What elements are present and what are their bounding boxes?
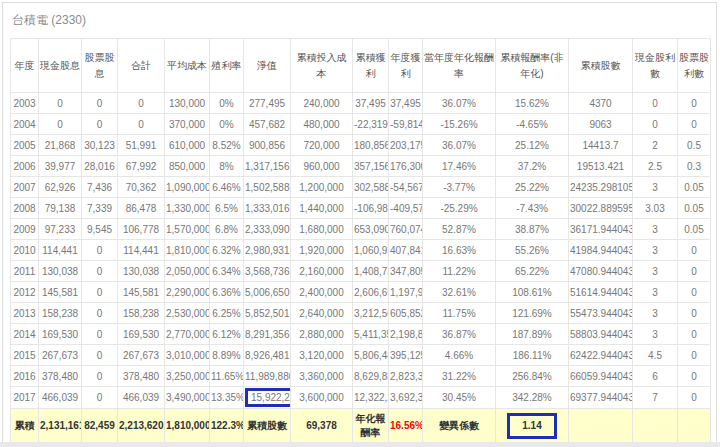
year-cell: 2016 — [11, 366, 39, 387]
data-cell: 0 — [633, 114, 678, 135]
data-cell: -7.43% — [496, 198, 569, 219]
data-cell: 1,440,000 — [291, 198, 353, 219]
table-row: 200762,9267,43670,3621,090,0006.46%1,502… — [11, 177, 711, 198]
year-cell: 2014 — [11, 324, 39, 345]
data-cell: 0 — [678, 240, 711, 261]
data-cell: 0 — [39, 93, 82, 114]
year-cell: 2011 — [11, 261, 39, 282]
data-cell: 6.36% — [210, 282, 244, 303]
table-row: 2017466,0390466,0393,490,00013.35%15,922… — [11, 387, 711, 409]
data-cell: 3 — [633, 240, 678, 261]
data-cell: 480,000 — [291, 114, 353, 135]
data-cell: 267,673 — [118, 345, 165, 366]
data-cell: 267,673 — [39, 345, 82, 366]
data-cell: 0 — [82, 387, 118, 409]
data-cell: 180,856 — [353, 135, 389, 156]
data-cell: 17.46% — [423, 156, 496, 177]
data-cell: 114,441 — [118, 240, 165, 261]
data-cell: 2,530,000 — [165, 303, 210, 324]
data-cell: 158,238 — [39, 303, 82, 324]
data-cell: 1,810,000 — [165, 240, 210, 261]
data-cell: 0.05 — [678, 198, 711, 219]
data-cell: 610,000 — [165, 135, 210, 156]
data-cell: 370,000 — [165, 114, 210, 135]
data-cell: 0 — [82, 324, 118, 345]
header-row: 年度現金股息股票股息合計平均成本殖利率淨值累積投入成本累積獲利年度獲利當年度年化… — [11, 39, 711, 93]
data-cell: 0 — [678, 345, 711, 366]
column-header: 現金股息 — [39, 39, 82, 93]
data-cell: 51614.944043503 — [569, 282, 633, 303]
data-cell: 1,333,016 — [244, 198, 291, 219]
data-cell: 186.11% — [496, 345, 569, 366]
data-cell: 36171.944043503 — [569, 219, 633, 240]
data-cell: 79,138 — [39, 198, 82, 219]
data-cell: 2,198,855 — [389, 324, 423, 345]
table-row: 200639,97728,01667,992850,0008%1,317,156… — [11, 156, 711, 177]
data-cell: 6.25% — [210, 303, 244, 324]
page-background-strip — [0, 442, 720, 447]
data-cell: 203,175 — [389, 135, 423, 156]
data-cell: 9,545 — [82, 219, 118, 240]
data-cell: 4.5 — [633, 345, 678, 366]
data-cell: 58803.944043503 — [569, 324, 633, 345]
data-cell: 378,480 — [118, 366, 165, 387]
data-cell: 55473.944043503 — [569, 303, 633, 324]
data-cell: 121.69% — [496, 303, 569, 324]
data-cell: 0 — [82, 261, 118, 282]
data-cell: 0% — [210, 93, 244, 114]
data-cell: 3,250,000 — [165, 366, 210, 387]
page-title: 台積電 (2330) — [12, 12, 710, 29]
data-cell: 4370 — [569, 93, 633, 114]
data-cell: 1,680,000 — [291, 219, 353, 240]
data-cell: 407,841 — [389, 240, 423, 261]
data-cell: 0 — [678, 366, 711, 387]
table-row: 2004000370,0000%457,682480,000-22,319-59… — [11, 114, 711, 135]
data-cell: 0.05 — [678, 219, 711, 240]
data-cell: 1,197,914 — [389, 282, 423, 303]
data-cell: -3.77% — [423, 177, 496, 198]
data-cell: 65.22% — [496, 261, 569, 282]
data-cell: 2,400,000 — [291, 282, 353, 303]
data-cell: -106,984 — [353, 198, 389, 219]
data-cell: 62,926 — [39, 177, 82, 198]
data-cell: 8,629,880 — [353, 366, 389, 387]
data-cell: 3,360,000 — [291, 366, 353, 387]
data-cell: 11.75% — [423, 303, 496, 324]
data-cell: 8% — [210, 156, 244, 177]
data-cell: 3,212,501 — [353, 303, 389, 324]
summary-cell: 1,810,000 — [165, 409, 210, 444]
data-cell: 0 — [633, 93, 678, 114]
data-cell: 108.61% — [496, 282, 569, 303]
data-cell: 0 — [678, 114, 711, 135]
summary-label: 變異係數 — [423, 409, 496, 444]
data-cell: 960,000 — [291, 156, 353, 177]
data-cell: 70,362 — [118, 177, 165, 198]
data-cell: 1,502,588 — [244, 177, 291, 198]
data-cell: 6.46% — [210, 177, 244, 198]
data-cell: 0.5 — [678, 135, 711, 156]
data-cell: 41984.944043503 — [569, 240, 633, 261]
data-cell: 47080.944043503 — [569, 261, 633, 282]
data-cell: 0 — [678, 303, 711, 324]
summary-annualized-return: 16.56% — [389, 409, 423, 444]
table-row: 200879,1387,33986,4781,330,0006.5%1,333,… — [11, 198, 711, 219]
data-cell: 52.87% — [423, 219, 496, 240]
table-row: 2013158,2380158,2382,530,0006.25%5,852,5… — [11, 303, 711, 324]
data-cell: 2,823,399 — [389, 366, 423, 387]
year-cell: 2012 — [11, 282, 39, 303]
data-cell: 457,682 — [244, 114, 291, 135]
data-cell: -15.26% — [423, 114, 496, 135]
data-cell: 3 — [633, 324, 678, 345]
column-header: 殖利率 — [210, 39, 244, 93]
table-row: 200521,86830,12351,991610,0008.52%900,85… — [11, 135, 711, 156]
data-cell: 466,039 — [118, 387, 165, 409]
column-header: 年度 — [11, 39, 39, 93]
data-cell: 37,495 — [389, 93, 423, 114]
data-cell: 256.84% — [496, 366, 569, 387]
column-header: 平均成本 — [165, 39, 210, 93]
table-row: 2016378,4800378,4803,250,00011.65%11,989… — [11, 366, 711, 387]
data-cell: 2,880,000 — [291, 324, 353, 345]
data-cell: 6.5% — [210, 198, 244, 219]
data-cell: 51,991 — [118, 135, 165, 156]
data-cell: 86,478 — [118, 198, 165, 219]
